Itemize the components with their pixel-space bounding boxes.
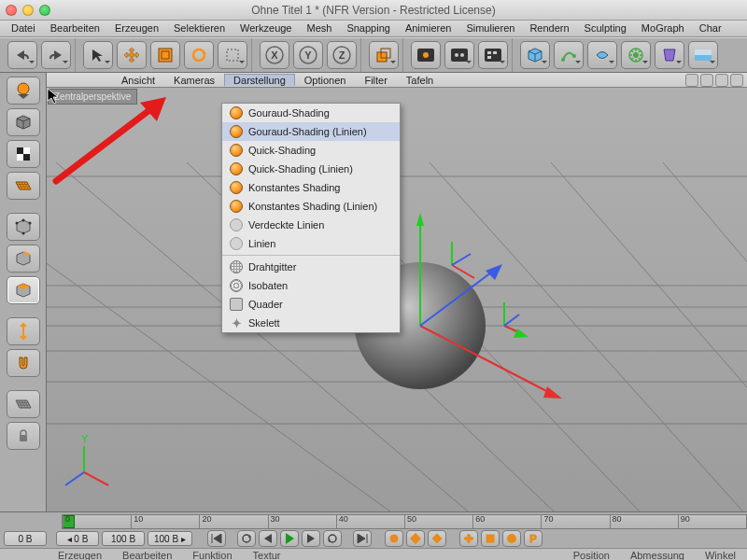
rotate-tool[interactable] — [184, 41, 214, 69]
key-rotate-button[interactable] — [502, 530, 521, 547]
viewport-pan-icon[interactable] — [685, 74, 698, 87]
scale-tool[interactable] — [150, 41, 180, 69]
timeline[interactable]: 0102030405060708090100 — [0, 512, 747, 529]
select-tool[interactable] — [83, 41, 113, 69]
menu-simulieren[interactable]: Simulieren — [458, 21, 522, 36]
tab-winkel[interactable]: Winkel — [705, 550, 736, 561]
render-region-button[interactable] — [444, 41, 474, 69]
viewport-grid-button[interactable] — [7, 390, 40, 418]
dropdown-item-quader[interactable]: Quader — [222, 295, 400, 314]
axis-z-button[interactable]: Z — [327, 41, 357, 69]
autokey-button[interactable] — [406, 530, 425, 547]
dropdown-item-gouraud-shading-linien-[interactable]: Gouraud-Shading (Linien) — [222, 122, 400, 141]
menu-bearbeiten[interactable]: Bearbeiten — [43, 21, 107, 36]
menu-rendern[interactable]: Rendern — [522, 21, 576, 36]
dropdown-item-verdeckte-linien[interactable]: Verdeckte Linien — [222, 216, 400, 234]
prev-frame-button[interactable] — [259, 530, 277, 547]
dropdown-item-skelett[interactable]: ✦Skelett — [222, 314, 400, 332]
tab-position[interactable]: Position — [573, 550, 610, 561]
goto-end-button[interactable] — [353, 530, 372, 547]
window-title: Ohne Titel 1 * (NFR Version - Restricted… — [0, 4, 747, 17]
goto-start-button[interactable] — [207, 530, 226, 547]
menu-char[interactable]: Char — [692, 21, 729, 36]
fwd-loop-button[interactable] — [323, 530, 342, 547]
generator-button[interactable] — [621, 41, 651, 69]
environment-button[interactable] — [688, 41, 718, 69]
dropdown-item-isobaten[interactable]: Isobaten — [222, 276, 400, 295]
primitive-cube-button[interactable] — [520, 41, 550, 69]
point-mode-button[interactable] — [7, 213, 40, 241]
tab-funktion[interactable]: Funktion — [192, 550, 232, 561]
viewport-menu-filter[interactable]: Filter — [355, 74, 396, 87]
key-param-button[interactable]: P — [524, 530, 543, 547]
tab-bearbeiten[interactable]: Bearbeiten — [122, 550, 172, 561]
move-tool[interactable] — [117, 41, 147, 69]
frame-end-button[interactable]: 100 B ▸ — [148, 531, 192, 546]
svg-point-13 — [423, 52, 429, 58]
viewport-menu-tafeln[interactable]: Tafeln — [397, 74, 443, 87]
magnet-tool-button[interactable] — [7, 349, 40, 377]
dropdown-item-konstantes-shading[interactable]: Konstantes Shading — [222, 178, 400, 197]
viewport-nav-icons — [685, 73, 743, 88]
frame-current-field[interactable]: 0 B — [4, 531, 47, 546]
keyframe-button[interactable] — [428, 530, 446, 547]
key-scale-button[interactable] — [481, 530, 500, 547]
loop-button[interactable] — [237, 530, 256, 547]
timeline-ruler[interactable]: 0102030405060708090100 — [62, 514, 747, 529]
viewport-canvas[interactable]: Y Gouraud-ShadingGouraud-Shading (Linien… — [47, 88, 747, 511]
undo-button[interactable] — [7, 41, 37, 69]
viewport-rotate-icon[interactable] — [715, 74, 728, 87]
menu-erzeugen[interactable]: Erzeugen — [107, 21, 166, 36]
dropdown-item-quick-shading-linien-[interactable]: Quick-Shading (Linien) — [222, 160, 400, 178]
viewport-menu-darstellung[interactable]: Darstellung — [224, 74, 295, 86]
viewport-layout-icon[interactable] — [730, 74, 743, 87]
lasso-tool[interactable] — [218, 41, 247, 69]
menu-snapping[interactable]: Snapping — [339, 21, 398, 36]
dropdown-item-quick-shading[interactable]: Quick-Shading — [222, 141, 400, 160]
workplane-button[interactable] — [7, 172, 40, 200]
tab-textur[interactable]: Textur — [253, 550, 281, 561]
axis-x-button[interactable]: X — [260, 41, 289, 69]
menu-mesh[interactable]: Mesh — [299, 21, 339, 36]
make-editable-button[interactable] — [7, 77, 40, 105]
tab-erzeugen[interactable]: Erzeugen — [58, 550, 102, 561]
axis-y-button[interactable]: Y — [293, 41, 323, 69]
dropdown-item-label: Quick-Shading (Linien) — [248, 163, 353, 175]
dropdown-item-linien[interactable]: Linien — [222, 234, 400, 253]
viewport-zoom-icon[interactable] — [700, 74, 713, 87]
dropdown-item-gouraud-shading[interactable]: Gouraud-Shading — [222, 104, 400, 122]
menu-werkzeuge[interactable]: Werkzeuge — [233, 21, 299, 36]
frame-end-field[interactable]: 100 B — [102, 531, 145, 546]
viewport-menu-kameras[interactable]: Kameras — [164, 74, 224, 87]
frame-start-button[interactable]: ◂ 0 B — [56, 531, 99, 546]
edge-mode-button[interactable] — [7, 245, 40, 273]
play-button[interactable] — [280, 530, 299, 547]
menu-mograph[interactable]: MoGraph — [634, 21, 692, 36]
model-mode-button[interactable] — [7, 108, 40, 136]
key-move-button[interactable] — [459, 530, 478, 547]
render-settings-button[interactable] — [478, 41, 508, 69]
viewport-menu-optionen[interactable]: Optionen — [295, 74, 356, 87]
viewport-lock-button[interactable] — [7, 422, 40, 450]
record-button[interactable] — [385, 530, 403, 547]
coord-system-button[interactable] — [369, 41, 399, 69]
render-view-button[interactable] — [411, 41, 441, 69]
menu-datei[interactable]: Datei — [4, 21, 43, 36]
dropdown-item-konstantes-shading-linien-[interactable]: Konstantes Shading (Linien) — [222, 197, 400, 216]
menu-sculpting[interactable]: Sculpting — [577, 21, 634, 36]
next-frame-button[interactable] — [302, 530, 320, 547]
dropdown-item-label: Quick-Shading — [248, 145, 316, 156]
nurbs-button[interactable] — [587, 41, 617, 69]
dropdown-item-drahtgitter[interactable]: Drahtgitter — [222, 258, 400, 276]
tab-abmessung[interactable]: Abmessung — [630, 550, 684, 561]
deformer-button[interactable] — [655, 41, 684, 69]
viewport-menu-ansicht[interactable]: Ansicht — [112, 74, 164, 87]
polygon-mode-button[interactable] — [7, 276, 40, 304]
spline-button[interactable] — [554, 41, 584, 69]
menu-animieren[interactable]: Animieren — [398, 21, 459, 36]
menu-selektieren[interactable]: Selektieren — [166, 21, 233, 36]
left-toolbar — [0, 73, 47, 511]
axis-tool-button[interactable] — [7, 317, 40, 345]
redo-button[interactable] — [41, 41, 71, 69]
texture-mode-button[interactable] — [7, 140, 40, 168]
